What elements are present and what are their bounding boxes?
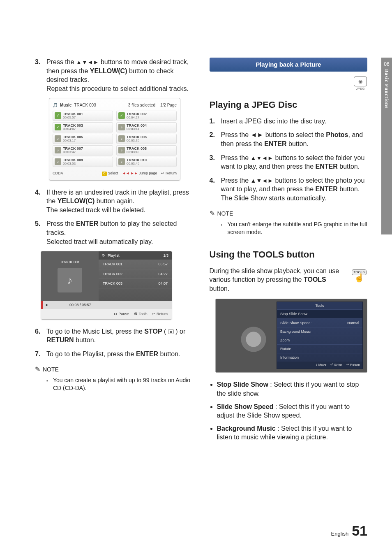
note-icon: ♪ [55, 158, 61, 165]
yellow-c-icon: C [102, 172, 107, 176]
pause-icon: ⏯ [114, 312, 118, 316]
note-icon: ♪ [55, 135, 61, 142]
arrow-glyphs: ▲▼◄► [76, 59, 99, 65]
note-icon: ✎ [210, 209, 215, 218]
step-7: 7. To go to the Playlist, press the ENTE… [35, 350, 193, 359]
step-5: 5. Press the ENTER button to play the se… [35, 219, 193, 246]
playlist-icon: ⟳ [102, 253, 105, 258]
chapter-number: 06 [384, 61, 389, 67]
note-item: You can't enlarge the subtitle and PG gr… [228, 220, 368, 236]
note-icon: ♪ [118, 135, 125, 142]
step-6: 6. To go to the Music List, press the ST… [35, 327, 193, 345]
list-item: Stop Slide Show : Select this if you wan… [217, 380, 368, 398]
list-item: Slide Show Speed : Select this if you wa… [217, 402, 368, 420]
jpeg-disc-icon: ◉ JPEG [353, 77, 367, 91]
r-step-1: 1. Insert a JPEG disc into the disc tray… [210, 117, 368, 126]
chapter-title: Basic Functions [383, 69, 390, 109]
r-step-2: 2. Press the ◄► buttons to select the Ph… [210, 130, 368, 148]
check-icon: ✓ [118, 112, 125, 119]
jump-icon: ◄◄ ►► [122, 171, 138, 175]
subheading-tools: Using the TOOLS button [210, 248, 368, 261]
list-item: Background Music : Select this if you wa… [217, 424, 368, 442]
step-number: 3. [35, 58, 46, 93]
playlist-screenshot: TRACK 001 ♪ ⟳Playlist1/3 TRACK 00105:57 … [41, 251, 172, 319]
note-icon: ♪ [118, 158, 125, 165]
note-heading: ✎ NOTE [210, 209, 368, 218]
left-column: 3. Press the ▲▼◄► buttons to move desire… [35, 58, 193, 446]
note-heading: ✎ NOTE [35, 365, 193, 374]
album-art-icon: ♪ [58, 268, 82, 292]
tools-menu-screenshot: Tools Stop Slide Show Slide Show Speed :… [215, 299, 368, 373]
tools-descriptions: Stop Slide Show : Select this if you wan… [210, 380, 368, 442]
music-list-screenshot: 🎵 Music TRACK 003 3 files selected 1/2 P… [49, 98, 180, 180]
return-icon: ↩ [161, 171, 164, 175]
play-icon: ► [45, 302, 49, 307]
section-header: Playing back a Picture [210, 58, 368, 72]
return-icon: ↩ [152, 312, 155, 316]
tools-icon: 🛠 [134, 312, 138, 316]
check-icon: ✓ [55, 112, 61, 119]
tools-remote-icon: TOOLS ☝ [351, 267, 367, 281]
music-icon: 🎵 [53, 102, 58, 108]
note-icon: ✎ [35, 365, 40, 374]
r-step-4: 4. Press the ▲▼◄► buttons to select the … [210, 176, 368, 203]
step-body: Press the ▲▼◄► buttons to move desired t… [46, 58, 193, 93]
note-icon: ♪ [118, 124, 125, 130]
step-3: 3. Press the ▲▼◄► buttons to move desire… [35, 58, 193, 93]
step-4: 4. If there is an undesired track in the… [35, 188, 193, 215]
note-icon: ♪ [55, 147, 61, 153]
check-icon: ✓ [55, 124, 61, 130]
note-item: You can create a playlist with up to 99 … [53, 376, 193, 392]
r-step-3: 3. Press the ▲▼◄► buttons to select the … [210, 153, 368, 171]
picture-icon: ◉ [354, 77, 367, 86]
page-footer: English 51 [331, 522, 367, 541]
hand-icon: ☝ [351, 274, 367, 281]
note-icon: ♪ [118, 147, 125, 153]
right-column: Playing back a Picture ◉ JPEG Playing a … [210, 58, 368, 446]
stop-icon [168, 329, 174, 334]
side-tab: 06 Basic Functions [381, 58, 392, 234]
subheading-jpeg: Playing a JPEG Disc [210, 99, 368, 111]
